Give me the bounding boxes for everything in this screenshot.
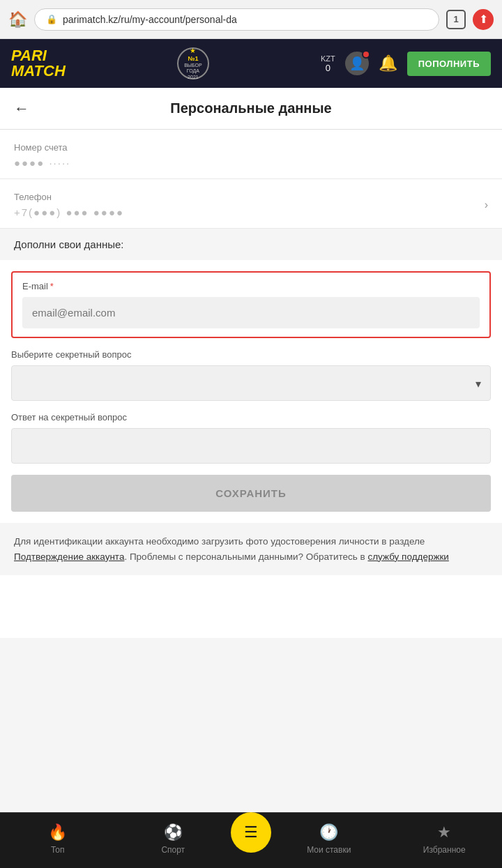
logo[interactable]: PARI MATCH <box>11 48 66 79</box>
lock-icon: 🔒 <box>46 14 57 24</box>
nav-item-favorites[interactable]: ★ Избранное <box>387 823 503 855</box>
support-link[interactable]: службу поддержки <box>367 551 448 562</box>
account-confirm-link[interactable]: Подтверждение аккаунта <box>14 551 124 562</box>
secret-question-select[interactable] <box>11 365 491 401</box>
secret-answer-group: Ответ на секретный вопрос <box>11 412 491 464</box>
browser-bar: 🏠 🔒 parimatch.kz/ru/my-account/personal-… <box>0 0 502 39</box>
url-text: parimatch.kz/ru/my-account/personal-da <box>63 14 237 25</box>
kzt-balance: KZT 0 <box>321 54 335 73</box>
phone-label: Телефон <box>14 192 124 202</box>
logo-match: MATCH <box>11 63 66 79</box>
secret-question-label: Выберите секретный вопрос <box>11 349 491 360</box>
nav-label-mybets: Мои ставки <box>307 845 351 855</box>
nav-label-sport: Спорт <box>161 845 185 855</box>
nav-item-mybets[interactable]: 🕐 Мои ставки <box>271 823 387 855</box>
header-right: KZT 0 👤 🔔 ПОПОЛНИТЬ <box>321 52 491 76</box>
top-icon: 🔥 <box>48 823 67 842</box>
url-bar[interactable]: 🔒 parimatch.kz/ru/my-account/personal-da <box>34 8 439 31</box>
deposit-button[interactable]: ПОПОЛНИТЬ <box>407 52 491 76</box>
info-text-1: Для идентификации аккаунта необходимо за… <box>14 536 425 547</box>
back-button[interactable]: ← <box>14 100 29 118</box>
email-label: E-mail* <box>22 281 480 291</box>
form-section: E-mail* Выберите секретный вопрос ▾ Отве… <box>0 271 502 512</box>
user-notification-dot <box>362 50 370 59</box>
sport-icon: ⚽ <box>164 823 183 842</box>
user-icon-container[interactable]: 👤 <box>345 52 369 75</box>
supplement-title: Дополни свои данные: <box>0 229 502 260</box>
required-star: * <box>50 281 54 291</box>
account-number-label: Номер счета <box>14 142 488 153</box>
nav-center-wrap: ☰ <box>231 826 271 853</box>
content: Номер счета ●●●● ····· Телефон +7(●●●) ●… <box>0 130 502 638</box>
award-badge: ★ №1 ВЫБОР ГОДА 2021 <box>177 47 209 79</box>
browser-actions: 1 ⬆ <box>446 9 494 30</box>
nav-label-top: Топ <box>51 845 65 855</box>
profile-icon[interactable]: ⬆ <box>473 9 494 30</box>
home-icon[interactable]: 🏠 <box>8 10 27 29</box>
tab-count[interactable]: 1 <box>446 10 466 29</box>
secret-answer-label: Ответ на секретный вопрос <box>11 412 491 422</box>
mybets-icon: 🕐 <box>319 823 338 842</box>
phone-value: +7(●●●) ●●● ●●●● <box>14 206 124 218</box>
secret-answer-input[interactable] <box>11 428 491 464</box>
account-number-field: Номер счета ●●●● ····· <box>0 130 502 179</box>
nav-center-button[interactable]: ☰ <box>231 812 271 853</box>
nav-item-top[interactable]: 🔥 Топ <box>0 823 116 855</box>
menu-icon: ☰ <box>244 823 258 842</box>
secret-question-group: Выберите секретный вопрос ▾ <box>11 349 491 401</box>
page-title: Персональные данные <box>40 100 462 116</box>
chevron-right-icon: › <box>485 199 488 211</box>
email-field-container: E-mail* <box>11 271 491 338</box>
bottom-nav: 🔥 Топ ⚽ Спорт ☰ 🕐 Мои ставки ★ Избранное <box>0 812 502 868</box>
phone-field[interactable]: Телефон +7(●●●) ●●● ●●●● › <box>0 179 502 229</box>
save-button[interactable]: СОХРАНИТЬ <box>11 475 491 512</box>
nav-item-sport[interactable]: ⚽ Спорт <box>116 823 231 855</box>
balance-amount: 0 <box>321 63 335 73</box>
bell-icon[interactable]: 🔔 <box>379 54 397 73</box>
balance-currency: KZT <box>321 54 335 63</box>
logo-pari: PARI <box>11 48 66 63</box>
info-section: Для идентификации аккаунта необходимо за… <box>0 523 502 575</box>
info-text-2: . Проблемы с персональными данными? Обра… <box>124 551 367 562</box>
favorites-icon: ★ <box>437 823 451 842</box>
secret-question-select-wrapper: ▾ <box>11 365 491 401</box>
account-number-value: ●●●● ····· <box>14 157 488 169</box>
app-header: PARI MATCH ★ №1 ВЫБОР ГОДА 2021 KZT 0 👤 … <box>0 39 502 88</box>
nav-label-favorites: Избранное <box>423 845 466 855</box>
page-header: ← Персональные данные <box>0 88 502 130</box>
email-input[interactable] <box>22 297 480 328</box>
